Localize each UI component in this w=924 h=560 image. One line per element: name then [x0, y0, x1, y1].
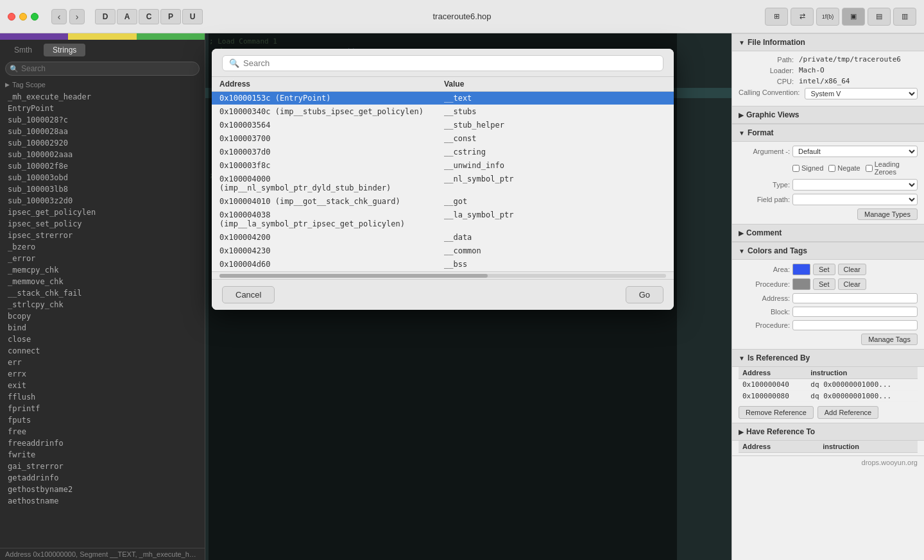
calling-convention-select[interactable]: System V	[805, 88, 918, 99]
list-item[interactable]: freeaddrinfo	[0, 437, 205, 449]
procedure-clear-button[interactable]: Clear	[838, 278, 866, 290]
field-path-select[interactable]	[792, 194, 918, 205]
dialog-scrollbar[interactable]	[212, 271, 674, 279]
list-item[interactable]: _bzero	[0, 241, 205, 253]
dialog-scrollbar-thumb[interactable]	[219, 274, 488, 278]
view-btn-3[interactable]: 1f(b)	[816, 8, 839, 26]
forward-button[interactable]: ›	[69, 9, 85, 24]
dialog-row[interactable]: 0x100004230 __common	[212, 244, 674, 258]
procedure-color-swatch[interactable]	[792, 278, 810, 290]
list-item[interactable]: sub_100003z2d0	[0, 195, 205, 207]
toolbar-a-button[interactable]: A	[117, 9, 137, 24]
dialog-row[interactable]: 0x100004d60 __bss	[212, 258, 674, 271]
close-button[interactable]	[8, 13, 15, 21]
procedure-set-button[interactable]: Set	[813, 278, 835, 290]
dialog-row[interactable]: 0x100003f8c __unwind_info	[212, 159, 674, 173]
tag-scope[interactable]: ▶ Tag Scope	[0, 78, 205, 91]
file-information-header[interactable]: ▼ File Information	[732, 33, 924, 51]
dialog-row[interactable]: 0x100003700 __const	[212, 132, 674, 146]
dialog-row[interactable]: 0x10000153c (EntryPoint) __text	[212, 92, 674, 105]
list-item[interactable]: exit	[0, 380, 205, 391]
fullscreen-button[interactable]	[31, 13, 38, 21]
signed-checkbox[interactable]	[792, 165, 800, 172]
view-btn-1[interactable]: ⊞	[765, 8, 788, 26]
leading-zeroes-checkbox-label[interactable]: Leading Zeroes	[866, 160, 918, 176]
dialog-row[interactable]: 0x1000037d0 __cstring	[212, 146, 674, 159]
list-item[interactable]: _strlcpy_chk	[0, 299, 205, 310]
toolbar-c-button[interactable]: C	[139, 9, 159, 24]
toolbar-u-button[interactable]: U	[182, 9, 203, 24]
list-item[interactable]: err	[0, 357, 205, 368]
list-item[interactable]: connect	[0, 345, 205, 357]
manage-types-button[interactable]: Manage Types	[857, 208, 918, 220]
dialog-row[interactable]: 0x100004200 __data	[212, 231, 674, 244]
list-item[interactable]: fflush	[0, 391, 205, 403]
dialog-row[interactable]: 0x10000340c (imp__stubs_ipsec_get_policy…	[212, 105, 674, 119]
list-item[interactable]: _mh_execute_header	[0, 91, 205, 103]
view-btn-2[interactable]: ⇄	[791, 8, 814, 26]
negate-checkbox-label[interactable]: Negate	[828, 160, 860, 176]
dialog-row[interactable]: 0x100003564 __stub_helper	[212, 119, 674, 132]
negate-checkbox[interactable]	[828, 165, 835, 172]
list-item[interactable]: sub_100002920	[0, 137, 205, 149]
ref-row[interactable]: 0x100000080 dq 0x00000001000...	[739, 391, 918, 402]
view-btn-6[interactable]: ▥	[893, 8, 916, 26]
list-item[interactable]: bind	[0, 322, 205, 334]
manage-tags-button[interactable]: Manage Tags	[861, 334, 918, 345]
list-item[interactable]: _memmove_chk	[0, 276, 205, 287]
back-button[interactable]: ‹	[51, 9, 67, 24]
graphic-views-header[interactable]: ▶ Graphic Views	[732, 106, 924, 124]
list-item[interactable]: gethostbyname2	[0, 484, 205, 495]
list-item[interactable]: close	[0, 334, 205, 345]
dialog-go-button[interactable]: Go	[626, 286, 663, 303]
have-reference-to-header[interactable]: ▶ Have Reference To	[732, 423, 924, 441]
list-item[interactable]: free	[0, 426, 205, 437]
list-item[interactable]: fputs	[0, 414, 205, 426]
list-item[interactable]: EntryPoint	[0, 103, 205, 114]
add-reference-button[interactable]: Add Reference	[817, 406, 878, 419]
leading-zeroes-checkbox[interactable]	[866, 165, 873, 172]
list-item[interactable]: sub_1000028aa	[0, 126, 205, 137]
list-item[interactable]: ipsec_set_policy	[0, 218, 205, 230]
procedure2-input[interactable]	[792, 320, 918, 330]
dialog-row[interactable]: 0x100004038 (imp__la_symbol_ptr_ipsec_ge…	[212, 208, 674, 231]
search-input[interactable]	[5, 62, 200, 76]
remove-reference-button[interactable]: Remove Reference	[739, 406, 814, 419]
view-btn-5[interactable]: ▤	[868, 8, 891, 26]
tab-smth[interactable]: Smth	[5, 44, 41, 56]
list-item[interactable]: sub_100003lb8	[0, 183, 205, 195]
block-input[interactable]	[792, 307, 918, 317]
list-item[interactable]: __stack_chk_fail	[0, 287, 205, 299]
dialog-row[interactable]: 0x100004000 (imp__nl_symbol_ptr_dyld_stu…	[212, 173, 674, 195]
view-btn-4[interactable]: ▣	[842, 8, 865, 26]
list-item[interactable]: gai_strerror	[0, 461, 205, 472]
toolbar-p-button[interactable]: P	[160, 9, 181, 24]
list-item[interactable]: sub_100003obd	[0, 172, 205, 183]
area-set-button[interactable]: Set	[813, 264, 835, 275]
list-item[interactable]: fprintf	[0, 403, 205, 414]
list-item[interactable]: fwrite	[0, 449, 205, 461]
toolbar-d-button[interactable]: D	[95, 9, 116, 24]
list-item[interactable]: sub_1000028?c	[0, 114, 205, 126]
list-item[interactable]: bcopy	[0, 310, 205, 322]
list-item[interactable]: aethostname	[0, 495, 205, 507]
format-header[interactable]: ▼ Format	[732, 124, 924, 142]
list-item[interactable]: _memcpy_chk	[0, 264, 205, 276]
list-item[interactable]: sub_1000002aaa	[0, 149, 205, 160]
ref-row[interactable]: 0x100000040 dq 0x00000001000...	[739, 379, 918, 391]
dialog-cancel-button[interactable]: Cancel	[222, 286, 275, 303]
argument-select[interactable]: Default	[792, 146, 918, 157]
area-clear-button[interactable]: Clear	[838, 264, 866, 275]
dialog-search-input[interactable]	[243, 58, 656, 68]
list-item[interactable]: _error	[0, 253, 205, 264]
signed-checkbox-label[interactable]: Signed	[792, 160, 823, 176]
minimize-button[interactable]	[19, 13, 27, 21]
dialog-row[interactable]: 0x100004010 (imp__got__stack_chk_guard) …	[212, 195, 674, 208]
is-referenced-by-header[interactable]: ▼ Is Referenced By	[732, 349, 924, 367]
colors-and-tags-header[interactable]: ▼ Colors and Tags	[732, 242, 924, 260]
list-item[interactable]: ipsec_get_policylen	[0, 207, 205, 218]
type-select[interactable]	[792, 179, 918, 191]
list-item[interactable]: ipsec_strerror	[0, 230, 205, 241]
comment-header[interactable]: ▶ Comment	[732, 224, 924, 242]
area-color-swatch[interactable]	[792, 264, 810, 275]
